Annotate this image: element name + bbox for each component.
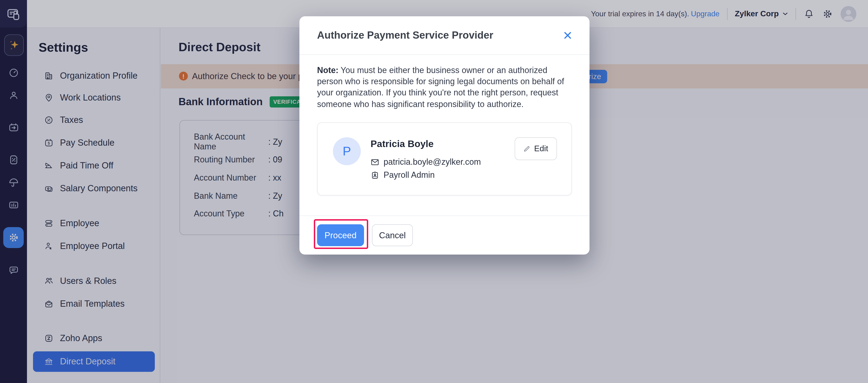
note-label: Note:	[317, 66, 338, 75]
person-email: patricia.boyle@zylker.com	[383, 157, 481, 167]
person-avatar: P	[333, 137, 361, 165]
edit-button[interactable]: Edit	[515, 137, 557, 160]
cancel-button[interactable]: Cancel	[372, 224, 413, 246]
person-email-row: patricia.boyle@zylker.com	[371, 157, 481, 167]
id-badge-icon	[371, 171, 379, 180]
note-text: You must be either the business owner or…	[317, 66, 564, 109]
edit-button-label: Edit	[534, 144, 548, 154]
modal-footer: Proceed Cancel	[300, 215, 590, 255]
envelope-icon	[371, 158, 379, 167]
person-role-row: Payroll Admin	[371, 170, 435, 180]
modal-header: Authorize Payment Service Provider	[300, 16, 590, 55]
pencil-icon	[524, 145, 530, 152]
modal-note: Note: You must be either the business ow…	[317, 65, 572, 110]
app-root: Your trial expires in 14 day(s).Upgrade …	[0, 0, 868, 383]
modal-title: Authorize Payment Service Provider	[317, 29, 493, 41]
authorize-psp-modal: Authorize Payment Service Provider Note:…	[300, 16, 590, 255]
person-name: Patricia Boyle	[371, 138, 434, 149]
proceed-button[interactable]: Proceed	[317, 224, 364, 246]
authorized-person-card: P Patricia Boyle patricia.boyle@zylker.c…	[317, 122, 572, 196]
person-role: Payroll Admin	[383, 170, 435, 180]
close-icon[interactable]	[563, 31, 572, 39]
